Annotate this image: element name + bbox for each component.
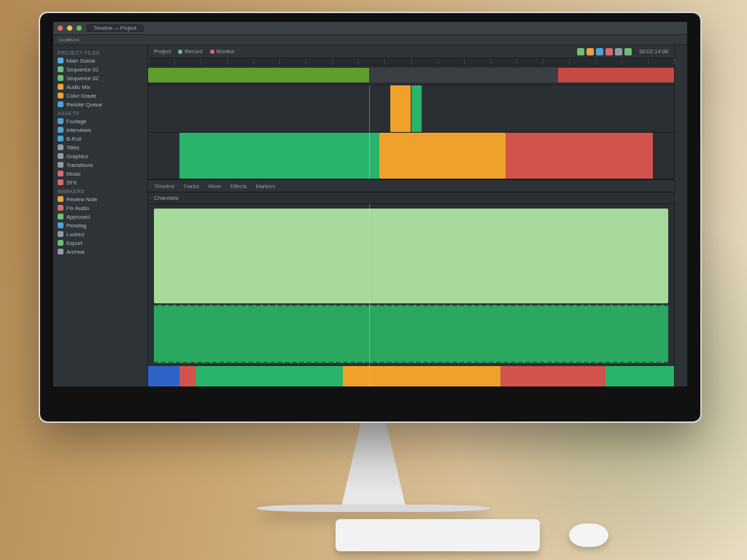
swatch-icon [58, 84, 63, 90]
swatch-icon [58, 214, 63, 219]
playhead[interactable] [369, 85, 370, 179]
window-zoom-icon[interactable] [77, 26, 82, 31]
sidebar-item[interactable]: Sequence 01 [53, 65, 147, 74]
sidebar-item[interactable]: Titles [53, 143, 147, 152]
swatch-icon [58, 101, 63, 107]
ruler-tick [332, 58, 333, 65]
sidebar-item[interactable]: Music [53, 169, 147, 178]
status-monitor[interactable]: Monitor [210, 48, 235, 55]
ruler-tick [622, 58, 622, 65]
swatch-icon [58, 249, 63, 254]
ruler-tick [516, 58, 517, 65]
sidebar-item-label: SFX [66, 179, 77, 186]
sidebar-item[interactable]: Footage [53, 117, 147, 125]
tool-icon[interactable] [587, 48, 594, 55]
sidebar-item[interactable]: Review Note [53, 195, 147, 203]
browser-tab-bar: Timeline — Project [53, 22, 687, 35]
track-v1[interactable] [148, 133, 674, 180]
sidebar-item[interactable]: Locked [53, 230, 147, 238]
tool-icon[interactable] [624, 48, 632, 55]
clip[interactable] [558, 68, 674, 82]
swatch-icon [58, 75, 63, 81]
overview-strip[interactable] [148, 66, 674, 85]
ruler-tick [384, 58, 385, 65]
channels-body[interactable] [148, 203, 674, 386]
sidebar-item[interactable]: Fix Audio [53, 203, 147, 212]
footer-block[interactable] [605, 366, 674, 386]
time-ruler[interactable] [148, 58, 674, 66]
swatch-icon [58, 162, 63, 168]
ruler-tick [490, 58, 491, 65]
playhead[interactable] [369, 204, 370, 386]
footer-block[interactable] [196, 366, 343, 386]
clip[interactable] [369, 68, 559, 82]
sidebar-item[interactable]: Color Grade [53, 91, 147, 100]
sidebar-item-label: Color Grade [66, 93, 96, 99]
address-bar[interactable]: localhost [53, 35, 687, 45]
panel-tabs: TimelineTracksMixerEffectsMarkers [148, 179, 674, 192]
ruler-tick [201, 58, 201, 65]
clip[interactable] [379, 133, 506, 179]
swatch-icon [58, 153, 63, 159]
sidebar-item[interactable]: Sequence 02 [53, 74, 147, 82]
sidebar-item[interactable]: Approved [53, 212, 147, 221]
sidebar-item-label: Fix Audio [66, 205, 89, 211]
ruler-tick [253, 58, 254, 65]
footer-block[interactable] [500, 366, 605, 386]
tool-icon[interactable] [577, 48, 584, 55]
sidebar-item[interactable]: SFX [53, 178, 147, 187]
sidebar-item[interactable]: Audio Mix [53, 82, 147, 91]
track-lanes[interactable] [148, 85, 674, 179]
swatch-icon [58, 58, 63, 63]
swatch-icon [58, 118, 63, 124]
sidebar-group-title: Project Files [53, 48, 147, 56]
panel-tab[interactable]: Markers [255, 183, 275, 190]
tool-icon[interactable] [605, 48, 613, 55]
sidebar-item[interactable]: Graphics [53, 152, 147, 160]
sidebar-item[interactable]: B-Roll [53, 134, 147, 143]
tool-icon[interactable] [615, 48, 622, 55]
swatch-icon [58, 136, 63, 141]
sidebar-item[interactable]: Pending [53, 221, 147, 230]
footer-block[interactable] [343, 366, 500, 386]
channel-region-upper[interactable] [154, 209, 668, 303]
sidebar-item[interactable]: Render Queue [53, 100, 147, 109]
browser-tab[interactable]: Timeline — Project [86, 24, 144, 32]
swatch-icon [58, 240, 63, 246]
footer-block[interactable] [179, 366, 196, 386]
channel-region-lower[interactable] [154, 305, 668, 363]
sidebar-item[interactable]: Transitions [53, 160, 147, 169]
sidebar-item[interactable]: Main Scene [53, 56, 147, 65]
swatch-icon [58, 231, 63, 237]
sidebar-item[interactable]: Archive [53, 247, 147, 256]
clip[interactable] [506, 133, 653, 179]
sidebar-item-label: Graphics [66, 153, 88, 160]
monitor-bezel: Timeline — Project localhost Project Fil… [40, 13, 700, 421]
swatch-icon [58, 66, 63, 72]
clip[interactable] [390, 85, 411, 132]
clip[interactable] [179, 133, 379, 179]
ruler-tick [411, 58, 412, 65]
sidebar-group-title: Assets [53, 109, 147, 117]
sidebar-item[interactable]: Export [53, 238, 147, 247]
tool-icon[interactable] [596, 48, 603, 55]
panel-tab[interactable]: Timeline [154, 183, 174, 190]
clip[interactable] [411, 85, 422, 132]
panel-tab[interactable]: Tracks [183, 183, 199, 190]
sidebar-item-label: Sequence 01 [66, 66, 98, 73]
sidebar: Project FilesMain SceneSequence 01Sequen… [53, 45, 148, 386]
window-close-icon[interactable] [58, 26, 63, 31]
clip[interactable] [148, 68, 369, 82]
swatch-icon [58, 127, 63, 133]
swatch-icon [58, 144, 63, 150]
sidebar-item[interactable]: Interviews [53, 125, 147, 134]
window-minimize-icon[interactable] [67, 26, 72, 31]
footer-block[interactable] [148, 366, 179, 386]
track-v2[interactable] [148, 85, 674, 133]
project-label: Project [154, 48, 171, 55]
status-record[interactable]: Record [178, 48, 202, 55]
panel-tab[interactable]: Effects [231, 183, 247, 190]
panel-tab[interactable]: Mixer [208, 183, 221, 190]
sidebar-item-label: Interviews [66, 127, 91, 133]
mouse [569, 524, 608, 547]
